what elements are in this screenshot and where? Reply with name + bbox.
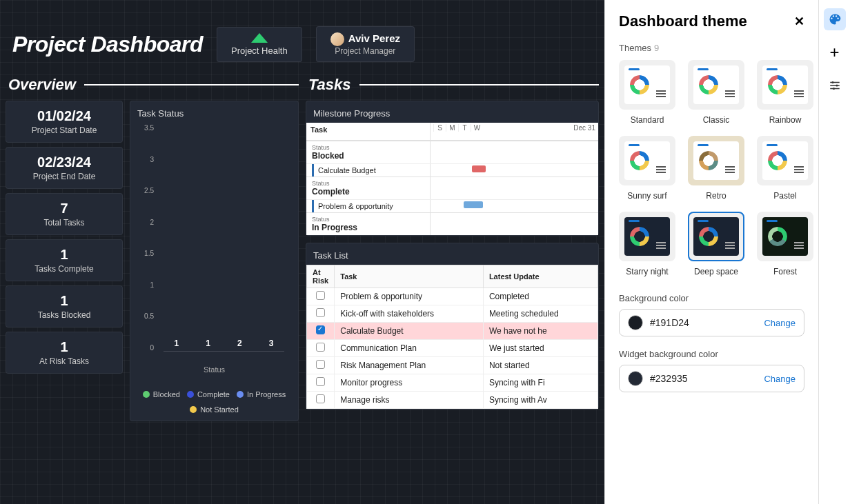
table-row[interactable]: Communication PlanWe just started <box>307 340 598 357</box>
stat-value: 1 <box>13 293 115 309</box>
bar-not-started[interactable]: 3 <box>258 339 284 351</box>
stat-value: 01/02/24 <box>13 108 115 124</box>
table-row[interactable]: Calculate BudgetWe have not he <box>307 323 598 340</box>
gantt-chart: TaskDec 31SMTWStatusBlockedCalculate Bud… <box>306 123 598 235</box>
theme-standard[interactable]: Standard <box>619 60 675 125</box>
user-name: Aviv Perez <box>348 32 400 44</box>
at-risk-checkbox[interactable] <box>316 308 325 317</box>
at-risk-checkbox[interactable] <box>316 343 325 352</box>
svg-point-2 <box>833 88 835 90</box>
stat-label: Project End Date <box>13 172 115 181</box>
stat-label: At Risk Tasks <box>13 356 115 366</box>
bar-blocked[interactable]: 1 <box>164 339 190 351</box>
theme-sidebar: Dashboard theme ✕ Themes9 StandardClassi… <box>604 0 850 504</box>
theme-starry-night[interactable]: Starry night <box>619 212 675 276</box>
dashboard-canvas: Project Dashboard Project Health Aviv Pe… <box>0 0 604 504</box>
table-row[interactable]: Problem & opportunityCompleted <box>307 288 598 305</box>
widget-bg-input[interactable]: #232935 Change <box>619 365 804 392</box>
theme-rail-button[interactable] <box>824 8 846 30</box>
at-risk-checkbox[interactable] <box>316 325 325 334</box>
at-risk-checkbox[interactable] <box>316 377 325 386</box>
x-axis-label: Status <box>137 365 291 374</box>
close-icon[interactable]: ✕ <box>794 14 804 29</box>
task-table: At Risk Task Latest Update Problem & opp… <box>306 265 598 409</box>
theme-retro[interactable]: Retro <box>688 136 744 201</box>
theme-sunny-surf[interactable]: Sunny surf <box>619 136 675 201</box>
bg-color-input[interactable]: #191D24 Change <box>619 309 804 336</box>
at-risk-checkbox[interactable] <box>316 394 325 403</box>
stats-column: 01/02/24Project Start Date02/23/24Projec… <box>6 101 123 421</box>
task-name: Calculate Budget <box>335 323 484 340</box>
health-label: Project Health <box>231 46 288 56</box>
health-up-icon <box>251 33 268 43</box>
theme-forest[interactable]: Forest <box>757 212 813 276</box>
widget-bg-value: #232935 <box>650 373 757 384</box>
legend-item[interactable]: Complete <box>187 390 230 399</box>
widget-bg-label: Widget background color <box>619 349 804 359</box>
themes-label: Themes9 <box>619 43 804 53</box>
stat-card[interactable]: 02/23/24Project End Date <box>6 147 123 189</box>
task-update: Meeting scheduled <box>483 305 597 323</box>
stat-label: Tasks Blocked <box>13 310 115 320</box>
theme-grid: StandardClassicRainbowSunny surfRetroPas… <box>619 60 804 276</box>
stat-value: 7 <box>13 201 115 216</box>
stat-card[interactable]: 1At Risk Tasks <box>6 332 123 374</box>
change-bg-button[interactable]: Change <box>764 318 795 328</box>
avatar <box>330 32 344 46</box>
settings-rail-button[interactable] <box>824 74 846 97</box>
table-row[interactable]: Kick-off with stakeholdersMeeting schedu… <box>307 305 598 323</box>
task-status-chart[interactable]: Task Status 00.511.522.533.5 1123 Status… <box>130 101 299 421</box>
stat-card[interactable]: 1Tasks Complete <box>6 239 123 281</box>
stat-label: Total Tasks <box>13 218 115 228</box>
gantt-task-row[interactable]: Problem & opportunity <box>306 199 598 212</box>
header: Project Dashboard Project Health Aviv Pe… <box>12 26 592 62</box>
stat-card[interactable]: 1Tasks Blocked <box>6 285 123 327</box>
right-rail: + <box>818 0 850 504</box>
theme-deep-space[interactable]: Deep space <box>688 212 744 276</box>
task-name: Manage risks <box>335 392 484 409</box>
task-update: We just started <box>483 340 597 357</box>
legend-item[interactable]: In Progress <box>237 390 286 399</box>
task-name: Monitor progress <box>335 374 484 392</box>
milestone-widget[interactable]: Milestone Progress TaskDec 31SMTWStatusB… <box>306 101 599 236</box>
bg-color-value: #191D24 <box>650 317 757 328</box>
col-update: Latest Update <box>483 265 597 288</box>
legend-item[interactable]: Blocked <box>143 390 180 399</box>
legend-item[interactable]: Not Started <box>190 405 239 414</box>
task-list-widget[interactable]: Task List At Risk Task Latest Update Pro… <box>306 243 599 410</box>
widget-bg-swatch <box>628 371 643 386</box>
bar-in-progress[interactable]: 2 <box>227 339 253 351</box>
change-widget-bg-button[interactable]: Change <box>764 374 795 384</box>
theme-classic[interactable]: Classic <box>688 60 744 125</box>
chart-title: Task Status <box>137 108 291 119</box>
task-list-title: Task List <box>306 243 598 265</box>
at-risk-checkbox[interactable] <box>316 360 325 369</box>
theme-rainbow[interactable]: Rainbow <box>757 60 813 125</box>
bar-complete[interactable]: 1 <box>195 339 221 351</box>
overview-section: Overview 01/02/24Project Start Date02/23… <box>6 76 299 421</box>
stat-card[interactable]: 01/02/24Project Start Date <box>6 101 123 143</box>
milestone-title: Milestone Progress <box>306 101 598 123</box>
theme-pastel[interactable]: Pastel <box>757 136 813 201</box>
stat-label: Tasks Complete <box>13 264 115 274</box>
page-title: Project Dashboard <box>12 32 203 57</box>
table-row[interactable]: Risk Management PlanNot started <box>307 357 598 374</box>
gantt-group[interactable]: StatusComplete <box>306 177 598 199</box>
table-row[interactable]: Monitor progressSyncing with Fi <box>307 374 598 392</box>
table-row[interactable]: Manage risksSyncing with Av <box>307 392 598 409</box>
tasks-section: Tasks Milestone Progress TaskDec 31SMTWS… <box>306 76 599 421</box>
svg-point-0 <box>831 81 833 83</box>
panel-title: Dashboard theme <box>619 12 747 30</box>
at-risk-checkbox[interactable] <box>316 291 325 300</box>
add-rail-button[interactable]: + <box>824 41 846 63</box>
stat-card[interactable]: 7Total Tasks <box>6 193 123 235</box>
project-manager-card[interactable]: Aviv Perez Project Manager <box>316 26 415 62</box>
project-health-card[interactable]: Project Health <box>217 27 302 62</box>
col-at-risk: At Risk <box>307 265 335 288</box>
gantt-task-row[interactable]: Calculate Budget <box>306 163 598 177</box>
gantt-group[interactable]: StatusIn Progress <box>306 212 598 235</box>
bg-color-label: Background color <box>619 293 804 303</box>
palette-icon <box>828 12 842 26</box>
task-update: Syncing with Fi <box>483 374 597 392</box>
gantt-group[interactable]: StatusBlocked <box>306 141 598 163</box>
